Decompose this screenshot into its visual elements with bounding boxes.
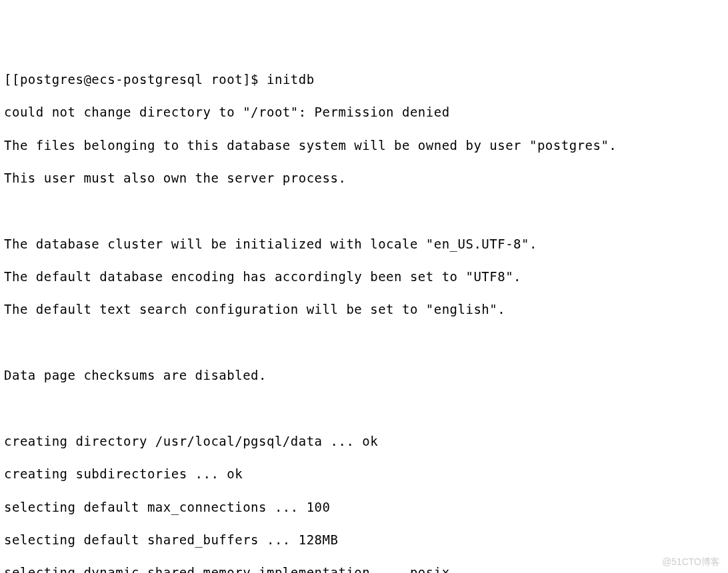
terminal-prompt-line[interactable]: [[postgres@ecs-postgresql root]$ initdb bbox=[4, 71, 724, 88]
terminal-output: creating directory /usr/local/pgsql/data… bbox=[4, 433, 724, 450]
terminal-output: creating subdirectories ... ok bbox=[4, 466, 724, 482]
terminal-output: This user must also own the server proce… bbox=[4, 170, 724, 187]
terminal-output bbox=[4, 400, 724, 417]
terminal-output: could not change directory to "/root": P… bbox=[4, 104, 724, 121]
terminal-output: The default database encoding has accord… bbox=[4, 269, 724, 285]
terminal-output: Data page checksums are disabled. bbox=[4, 367, 724, 384]
shell-prompt: [[postgres@ecs-postgresql root]$ bbox=[4, 72, 267, 87]
terminal-output: The database cluster will be initialized… bbox=[4, 236, 724, 253]
terminal-output: selecting default shared_buffers ... 128… bbox=[4, 532, 724, 548]
command-input: initdb bbox=[267, 72, 315, 87]
terminal-output bbox=[4, 334, 724, 351]
terminal-output: selecting dynamic shared memory implemen… bbox=[4, 564, 724, 573]
terminal-output bbox=[4, 203, 724, 219]
terminal-output: selecting default max_connections ... 10… bbox=[4, 499, 724, 516]
terminal-output: The files belonging to this database sys… bbox=[4, 137, 724, 154]
watermark-text: @51CTO博客 bbox=[662, 556, 720, 568]
terminal-output: The default text search configuration wi… bbox=[4, 301, 724, 318]
